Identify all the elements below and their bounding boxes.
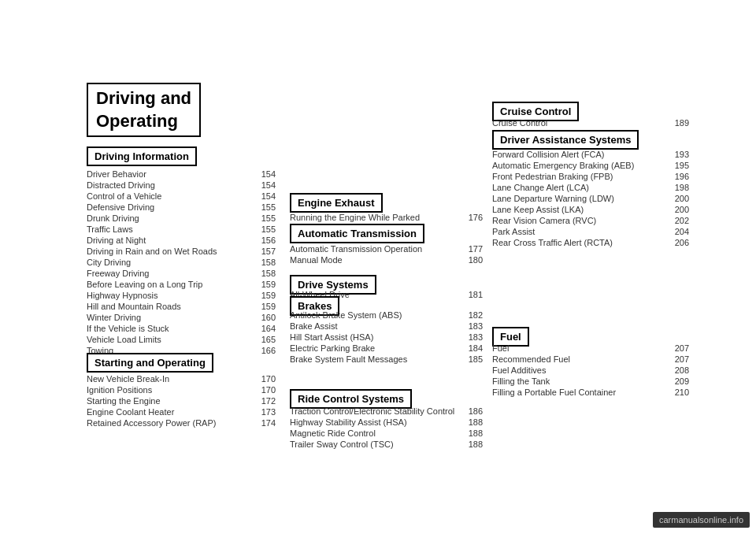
list-item: Drunk Driving155 <box>87 213 276 223</box>
list-item: Automatic Emergency Braking (AEB)195 <box>492 161 689 170</box>
list-item: Lane Keep Assist (LKA)200 <box>492 205 689 214</box>
engine-exhaust-section: Engine Exhaust <box>290 193 383 213</box>
list-item: Rear Vision Camera (RVC)202 <box>492 216 689 225</box>
list-item: Magnetic Ride Control188 <box>290 428 483 438</box>
list-item: Before Leaving on a Long Trip159 <box>87 280 276 289</box>
list-item: Park Assist204 <box>492 227 689 236</box>
list-item: Control of a Vehicle154 <box>87 191 276 201</box>
list-item: Fuel207 <box>492 343 689 353</box>
list-item: Front Pedestrian Braking (FPB)196 <box>492 172 689 181</box>
list-item: Driving in Rain and on Wet Roads157 <box>87 247 276 256</box>
list-item: Manual Mode180 <box>290 255 483 265</box>
list-item: Electric Parking Brake184 <box>290 343 483 353</box>
list-item: Rear Cross Traffic Alert (RCTA)206 <box>492 238 689 247</box>
col2-subitems-5: Traction Control/Electronic Stability Co… <box>290 406 483 451</box>
list-item: Fuel Additives208 <box>492 365 689 375</box>
list-item: Traction Control/Electronic Stability Co… <box>290 406 483 416</box>
list-item: Filling a Portable Fuel Container210 <box>492 388 689 397</box>
col3-subitems-3: Fuel207 Recommended Fuel207 Fuel Additiv… <box>492 343 689 399</box>
list-item: Hill Start Assist (HSA)183 <box>290 332 483 342</box>
list-item: Brake System Fault Messages185 <box>290 354 483 364</box>
driver-assistance-systems-section: Driver Assistance Systems <box>492 130 639 150</box>
list-item: Retained Accessory Power (RAP)174 <box>87 418 276 428</box>
list-item: Winter Driving160 <box>87 313 276 322</box>
list-item: Highway Hypnosis159 <box>87 291 276 300</box>
list-item: Running the Engine While Parked176 <box>290 213 483 222</box>
list-item: Freeway Driving158 <box>87 269 276 278</box>
col2-subitems-1: Running the Engine While Parked176 <box>290 213 483 224</box>
list-item: Forward Collision Alert (FCA)193 <box>492 150 689 159</box>
list-item: Distracted Driving154 <box>87 180 276 190</box>
list-item: If the Vehicle is Stuck164 <box>87 324 276 333</box>
list-item: Cruise Control189 <box>492 118 689 128</box>
automatic-transmission-section: Automatic Transmission <box>290 224 424 243</box>
watermark: carmanualsonline.info <box>653 512 750 528</box>
list-item: Driving at Night156 <box>87 235 276 245</box>
starting-operating-section: Starting and Operating <box>87 353 213 373</box>
list-item: Hill and Mountain Roads159 <box>87 302 276 311</box>
list-item: Recommended Fuel207 <box>492 354 689 364</box>
list-item: Defensive Driving155 <box>87 202 276 212</box>
col3-subitems-1: Cruise Control189 <box>492 118 689 129</box>
list-item: Engine Coolant Heater173 <box>87 407 276 417</box>
col2-subitems-4: Antilock Brake System (ABS)182 Brake Ass… <box>290 310 483 365</box>
col3-subitems-2: Forward Collision Alert (FCA)193 Automat… <box>492 150 689 249</box>
list-item: Driver Behavior154 <box>87 169 276 179</box>
list-item: New Vehicle Break-In170 <box>87 374 276 384</box>
list-item: City Driving158 <box>87 258 276 267</box>
col1-subitems: Driver Behavior154 Distracted Driving154… <box>87 169 276 357</box>
list-item: Filling the Tank209 <box>492 376 689 386</box>
list-item: Vehicle Load Limits165 <box>87 335 276 344</box>
list-item: Automatic Transmission Operation177 <box>290 244 483 254</box>
col1-subitems-2: New Vehicle Break-In170 Ignition Positio… <box>87 374 276 429</box>
list-item: Brake Assist183 <box>290 321 483 331</box>
col2-subitems-2: Automatic Transmission Operation177 Manu… <box>290 244 483 266</box>
list-item: Trailer Sway Control (TSC)188 <box>290 439 483 449</box>
list-item: Highway Stability Assist (HSA)188 <box>290 417 483 427</box>
list-item: Traffic Laws155 <box>87 224 276 234</box>
list-item: Antilock Brake System (ABS)182 <box>290 310 483 320</box>
list-item: Lane Departure Warning (LDW)200 <box>492 194 689 203</box>
list-item: Lane Change Alert (LCA)198 <box>492 183 689 192</box>
list-item: Ignition Positions170 <box>87 385 276 395</box>
main-heading: Driving and Operating <box>87 83 201 137</box>
driving-information-section: Driving Information <box>87 146 197 166</box>
list-item: Starting the Engine172 <box>87 396 276 406</box>
page-content: Driving and Operating Driving Informatio… <box>0 0 756 534</box>
